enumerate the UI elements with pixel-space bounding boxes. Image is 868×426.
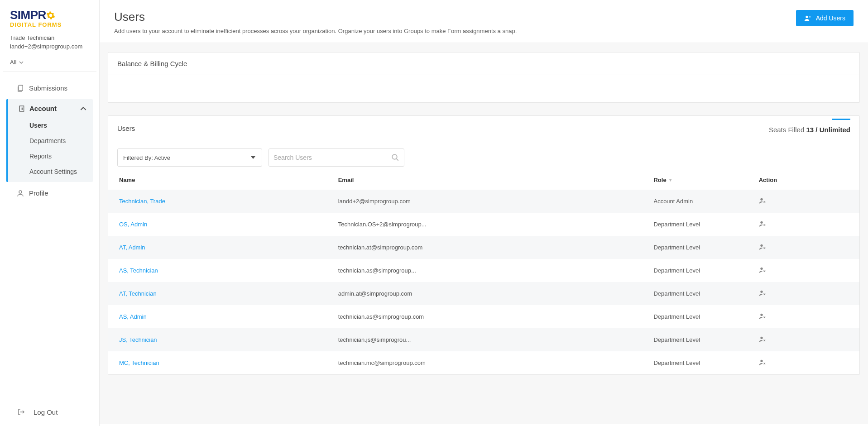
user-email: admin.at@simprogroup.com xyxy=(338,290,412,297)
sidebar-item-account[interactable]: Account xyxy=(8,99,93,118)
svg-point-3 xyxy=(806,16,808,18)
svg-rect-0 xyxy=(19,85,23,91)
table-row: AT, Technicianadmin.at@simprogroup.comDe… xyxy=(108,282,859,305)
user-email: technician.mc@simprogroup.com xyxy=(338,359,426,366)
current-user-name: Trade Technician xyxy=(10,34,89,41)
sidebar-item-label: Users xyxy=(29,122,47,129)
add-user-icon xyxy=(804,14,811,22)
user-name-link[interactable]: AS, Technician xyxy=(119,267,158,274)
user-role: Account Admin xyxy=(653,198,693,205)
table-row: JS, Techniciantechnician.js@simprogrou..… xyxy=(108,328,859,351)
table-row: Technician, Tradelandd+2@simprogroup.com… xyxy=(108,190,859,213)
user-role: Department Level xyxy=(653,221,700,228)
gear-logo-icon xyxy=(46,10,56,20)
sidebar-item-label: Account xyxy=(29,105,80,112)
remove-user-icon[interactable] xyxy=(759,289,766,297)
svg-point-9 xyxy=(760,291,762,293)
svg-point-11 xyxy=(760,337,762,339)
sidebar-item-account-settings[interactable]: Account Settings xyxy=(8,164,93,179)
seats-count: 13 xyxy=(806,126,814,134)
logo-text-sub: DIGITAL FORMS xyxy=(10,21,89,28)
page-title: Users xyxy=(114,10,517,24)
billing-panel-title: Balance & Billing Cycle xyxy=(108,53,859,75)
column-header-role[interactable]: Role ▼ xyxy=(649,170,754,190)
search-icon[interactable] xyxy=(391,153,399,162)
users-panel-title: Users xyxy=(117,124,135,132)
sidebar-item-submissions[interactable]: Submissions xyxy=(0,80,99,96)
search-users-input[interactable] xyxy=(273,154,391,161)
user-role: Department Level xyxy=(653,359,700,366)
remove-user-icon[interactable] xyxy=(759,266,766,273)
svg-point-2 xyxy=(19,191,22,193)
column-header-role-label: Role xyxy=(653,177,666,183)
logo-text-main: SIMPR xyxy=(10,8,46,22)
user-email: technician.as@simprogroup... xyxy=(338,267,416,274)
user-name-link[interactable]: AS, Admin xyxy=(119,313,147,320)
logout-button[interactable]: Log Out xyxy=(0,399,99,426)
sidebar-item-label: Reports xyxy=(29,153,52,160)
remove-user-icon[interactable] xyxy=(759,359,766,366)
remove-user-icon[interactable] xyxy=(759,197,766,204)
user-email: landd+2@simprogroup.com xyxy=(338,198,411,205)
user-role: Department Level xyxy=(653,244,700,251)
table-row: MC, Techniciantechnician.mc@simprogroup.… xyxy=(108,351,859,374)
users-panel: Users Seats Filled 13 / Unlimited Filter… xyxy=(108,115,860,375)
user-name-link[interactable]: JS, Technician xyxy=(119,336,157,343)
table-row: AS, Admintechnician.as@simprogroup.comDe… xyxy=(108,305,859,328)
remove-user-icon[interactable] xyxy=(759,220,766,227)
column-header-name[interactable]: Name xyxy=(108,170,334,190)
remove-user-icon[interactable] xyxy=(759,312,766,320)
svg-point-4 xyxy=(392,154,397,159)
user-role: Department Level xyxy=(653,267,700,274)
svg-rect-1 xyxy=(19,106,24,111)
remove-user-icon[interactable] xyxy=(759,243,766,250)
user-name-link[interactable]: MC, Technician xyxy=(119,359,159,366)
sort-desc-icon: ▼ xyxy=(668,177,673,182)
add-users-button[interactable]: Add Users xyxy=(796,10,854,26)
billing-panel: Balance & Billing Cycle xyxy=(108,52,860,103)
user-email: technician.as@simprogroup.com xyxy=(338,313,424,320)
seats-indicator: Seats Filled 13 / Unlimited xyxy=(769,123,850,134)
user-role: Department Level xyxy=(653,313,700,320)
person-icon xyxy=(16,189,24,197)
column-header-email[interactable]: Email xyxy=(334,170,649,190)
sidebar-item-departments[interactable]: Departments xyxy=(8,133,93,148)
current-user-email: landd+2@simprogroup.com xyxy=(10,43,89,50)
user-name-link[interactable]: AT, Technician xyxy=(119,290,157,297)
sidebar-divider xyxy=(3,71,96,72)
scope-selector[interactable]: All xyxy=(0,54,99,71)
user-email: Technician.OS+2@simprogroup... xyxy=(338,221,427,228)
sidebar-item-label: Account Settings xyxy=(29,168,77,175)
search-users-wrap xyxy=(269,148,404,167)
chevron-up-icon xyxy=(80,105,86,112)
submissions-icon xyxy=(16,84,24,92)
user-role: Department Level xyxy=(653,290,700,297)
filter-select[interactable]: Filtered By: Active xyxy=(117,148,262,167)
sidebar-item-label: Profile xyxy=(29,189,48,197)
column-header-action[interactable]: Action xyxy=(754,170,859,190)
svg-point-10 xyxy=(760,314,762,316)
sidebar-item-users[interactable]: Users xyxy=(8,118,93,133)
user-name-link[interactable]: AT, Admin xyxy=(119,244,145,251)
remove-user-icon[interactable] xyxy=(759,335,766,343)
sidebar-item-reports[interactable]: Reports xyxy=(8,148,93,164)
sidebar-item-label: Departments xyxy=(29,137,66,144)
svg-point-5 xyxy=(760,198,762,201)
svg-point-6 xyxy=(760,221,762,224)
user-role: Department Level xyxy=(653,336,700,343)
page-subtitle: Add users to your account to eliminate i… xyxy=(114,28,517,34)
svg-point-8 xyxy=(760,268,762,270)
svg-point-12 xyxy=(760,360,762,362)
user-name-link[interactable]: Technician, Trade xyxy=(119,198,165,205)
logout-label: Log Out xyxy=(34,408,58,416)
seats-total: / Unlimited xyxy=(814,126,850,134)
users-table: Name Email Role ▼ Action Technician, T xyxy=(108,170,859,374)
sidebar-section-account: Account Users Departments Reports Accoun… xyxy=(6,99,93,182)
building-icon xyxy=(18,105,26,113)
user-name-link[interactable]: OS, Admin xyxy=(119,221,147,228)
sidebar-item-profile[interactable]: Profile xyxy=(0,185,99,201)
logout-icon xyxy=(17,408,25,416)
filter-select-label: Filtered By: Active xyxy=(123,154,170,161)
table-row: AT, Admintechnician.at@simprogroup.comDe… xyxy=(108,236,859,259)
logo: SIMPR DIGITAL FORMS xyxy=(0,0,99,33)
